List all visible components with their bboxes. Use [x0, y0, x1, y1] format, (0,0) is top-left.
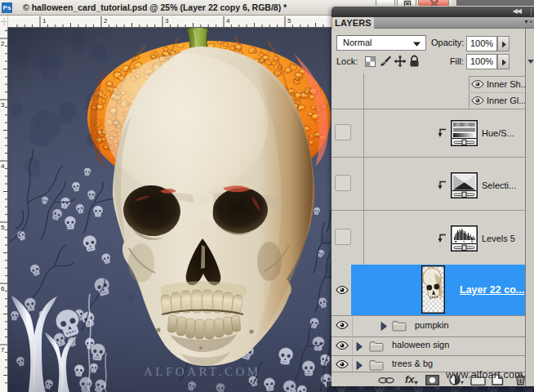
svg-text:5: 5: [1, 224, 5, 231]
svg-text:4: 4: [226, 17, 230, 24]
svg-text:7: 7: [1, 346, 5, 354]
svg-text:ALFOART.COM: ALFOART.COM: [144, 365, 261, 378]
svg-text:6: 6: [1, 285, 5, 292]
svg-text:5: 5: [287, 17, 291, 24]
svg-text:3: 3: [1, 101, 5, 109]
svg-text:1: 1: [42, 17, 47, 24]
svg-text:2: 2: [104, 17, 108, 24]
svg-text:3: 3: [165, 17, 169, 24]
svg-text:2: 2: [1, 40, 5, 47]
svg-text:4: 4: [1, 163, 5, 170]
